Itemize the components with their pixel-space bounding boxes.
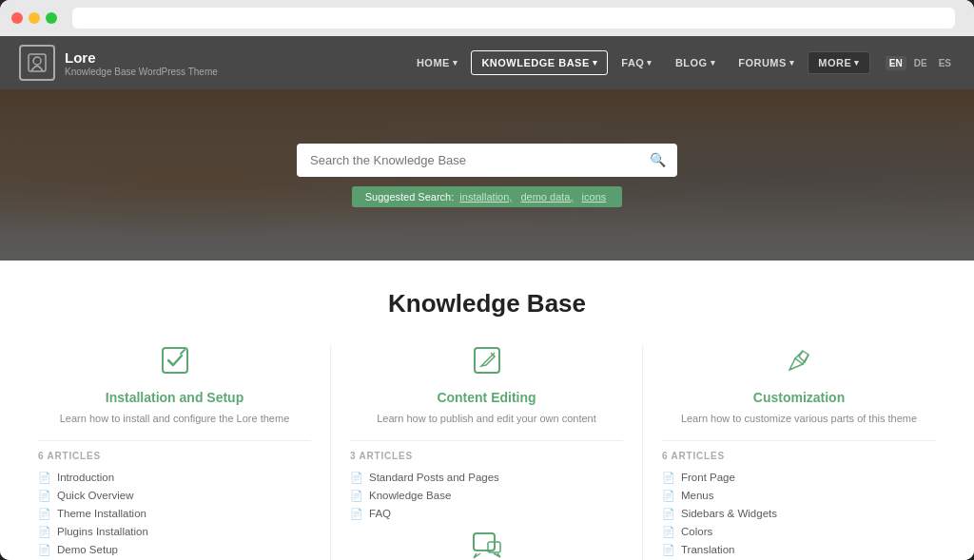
nav-knowledge-base[interactable]: KNOWLEDGE BASE ▾ <box>471 50 608 75</box>
category-installation: Installation and Setup Learn how to inst… <box>19 345 331 560</box>
nav-bar: Lore Knowledge Base WordPress Theme HOME… <box>0 36 974 89</box>
minimize-button[interactable] <box>29 12 40 24</box>
article-demo-setup[interactable]: 📄 Demo Setup <box>38 541 311 559</box>
more-button[interactable]: MORE ▾ <box>808 51 870 74</box>
installation-icon-wrap <box>38 345 311 382</box>
suggested-label: Suggested Search: <box>365 191 455 203</box>
logo-text: Lore Knowledge Base WordPress Theme <box>65 49 218 77</box>
maximize-button[interactable] <box>46 12 57 24</box>
article-quick-overview[interactable]: 📄 Quick Overview <box>38 487 311 505</box>
article-link-demo-setup[interactable]: Demo Setup <box>57 544 118 555</box>
lang-de[interactable]: DE <box>910 56 931 70</box>
customization-desc: Learn how to customize various parts of … <box>662 411 936 427</box>
lang-en[interactable]: EN <box>886 56 906 70</box>
suggested-link-installation[interactable]: installation, <box>459 191 512 203</box>
article-link-sidebars[interactable]: Sidebars & Widgets <box>681 508 777 519</box>
document-icon: 📄 <box>662 472 675 484</box>
bottom-chat-icon <box>350 523 623 561</box>
article-link-introduction[interactable]: Introduction <box>57 472 114 483</box>
hero-section: 🔍 Suggested Search: installation, demo d… <box>0 89 974 261</box>
article-link-colors[interactable]: Colors <box>681 526 712 537</box>
content-icon-wrap <box>350 345 623 382</box>
article-standard-posts[interactable]: 📄 Standard Posts and Pages <box>350 469 623 487</box>
content-desc: Learn how to publish and edit your own c… <box>350 411 623 427</box>
nav-faq[interactable]: FAQ ▾ <box>612 51 662 74</box>
customization-title[interactable]: Customization <box>662 390 936 405</box>
lang-es[interactable]: ES <box>935 56 955 70</box>
article-faq[interactable]: 📄 FAQ <box>350 505 623 523</box>
category-customization: Customization Learn how to customize var… <box>643 345 955 560</box>
article-colors[interactable]: 📄 Colors <box>662 523 936 541</box>
browser-window: Lore Knowledge Base WordPress Theme HOME… <box>0 0 974 560</box>
search-wrap: 🔍 <box>297 144 677 177</box>
categories-grid: Installation and Setup Learn how to inst… <box>19 345 955 560</box>
nav-items: HOME ▾ KNOWLEDGE BASE ▾ FAQ ▾ BLOG ▾ <box>407 50 955 75</box>
article-link-faq[interactable]: FAQ <box>369 508 391 519</box>
chevron-down-icon: ▾ <box>593 58 598 68</box>
document-icon: 📄 <box>662 526 675 538</box>
article-link-translation[interactable]: Translation <box>681 544 734 555</box>
article-link-knowledge-base[interactable]: Knowledge Base <box>369 490 451 501</box>
close-button[interactable] <box>11 12 23 24</box>
document-icon: 📄 <box>350 472 363 484</box>
installation-count: 6 ARTICLES <box>38 440 311 461</box>
document-icon: 📄 <box>38 508 51 520</box>
article-sidebars[interactable]: 📄 Sidebars & Widgets <box>662 505 936 523</box>
nav-blog[interactable]: BLOG ▾ <box>666 51 725 74</box>
search-input[interactable] <box>297 144 677 177</box>
installation-title[interactable]: Installation and Setup <box>38 390 311 405</box>
main-content: Knowledge Base Installation and Se <box>0 261 974 560</box>
svg-point-1 <box>33 57 41 65</box>
content-articles: 📄 Standard Posts and Pages 📄 Knowledge B… <box>350 469 623 523</box>
content-icon <box>472 352 502 381</box>
chevron-down-icon: ▾ <box>453 58 458 68</box>
article-link-front-page[interactable]: Front Page <box>681 472 735 483</box>
address-bar[interactable] <box>72 8 955 29</box>
site-tagline: Knowledge Base WordPress Theme <box>65 67 218 77</box>
chevron-down-icon: ▾ <box>854 58 860 68</box>
article-front-page[interactable]: 📄 Front Page <box>662 469 936 487</box>
svg-line-7 <box>803 355 808 364</box>
search-button[interactable]: 🔍 <box>650 152 666 167</box>
article-introduction[interactable]: 📄 Introduction <box>38 469 311 487</box>
nav-forums[interactable]: FORUMS ▾ <box>729 51 804 74</box>
page-content: Lore Knowledge Base WordPress Theme HOME… <box>0 36 974 560</box>
site-header: Lore Knowledge Base WordPress Theme HOME… <box>0 36 974 261</box>
article-link-menus[interactable]: Menus <box>681 490 714 501</box>
article-plugins-installation[interactable]: 📄 Plugins Installation <box>38 523 311 541</box>
nav-home[interactable]: HOME ▾ <box>407 51 468 74</box>
article-link-plugins-installation[interactable]: Plugins Installation <box>57 526 148 537</box>
article-knowledge-base[interactable]: 📄 Knowledge Base <box>350 487 623 505</box>
installation-articles: 📄 Introduction 📄 Quick Overview 📄 Theme … <box>38 469 311 561</box>
page-title: Knowledge Base <box>19 289 955 319</box>
site-title: Lore <box>65 49 218 67</box>
category-content-editing: Content Editing Learn how to publish and… <box>331 345 643 560</box>
document-icon: 📄 <box>38 544 51 556</box>
article-link-theme-installation[interactable]: Theme Installation <box>57 508 146 519</box>
article-menus[interactable]: 📄 Menus <box>662 487 936 505</box>
document-icon: 📄 <box>350 490 363 502</box>
document-icon: 📄 <box>662 490 675 502</box>
installation-desc: Learn how to install and configure the L… <box>38 411 311 427</box>
installation-icon <box>160 352 190 381</box>
customization-articles: 📄 Front Page 📄 Menus 📄 Sidebars & Widget… <box>662 469 936 561</box>
customization-count: 6 ARTICLES <box>662 440 936 461</box>
traffic-lights <box>11 12 57 24</box>
suggested-search: Suggested Search: installation, demo dat… <box>352 186 623 207</box>
customization-icon <box>784 352 814 381</box>
language-switcher: EN DE ES <box>886 56 955 70</box>
suggested-link-demo-data[interactable]: demo data, <box>520 191 573 203</box>
article-link-standard-posts[interactable]: Standard Posts and Pages <box>369 472 499 483</box>
document-icon: 📄 <box>350 508 363 520</box>
article-theme-installation[interactable]: 📄 Theme Installation <box>38 505 311 523</box>
document-icon: 📄 <box>662 544 675 556</box>
document-icon: 📄 <box>38 490 51 502</box>
chevron-down-icon: ▾ <box>711 58 716 68</box>
document-icon: 📄 <box>38 526 51 538</box>
suggested-link-icons[interactable]: icons <box>582 191 607 203</box>
customization-icon-wrap <box>662 345 936 382</box>
article-translation[interactable]: 📄 Translation <box>662 541 936 559</box>
article-link-quick-overview[interactable]: Quick Overview <box>57 490 134 501</box>
content-title[interactable]: Content Editing <box>350 390 623 405</box>
logo-area[interactable]: Lore Knowledge Base WordPress Theme <box>19 45 218 81</box>
